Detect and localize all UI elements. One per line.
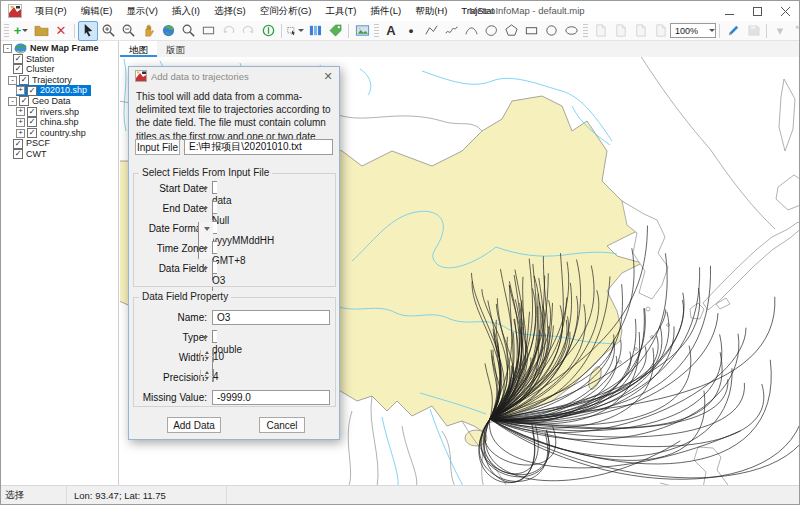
- edit-mode-dropdown-icon: ▾: [770, 21, 790, 41]
- checkbox-checked-icon[interactable]: ✓: [13, 54, 23, 64]
- open-file-icon[interactable]: [31, 21, 51, 41]
- tree-item-cluster[interactable]: ✓Cluster: [1, 64, 118, 75]
- attribute-table-icon[interactable]: [305, 21, 325, 41]
- close-icon: [781, 7, 790, 16]
- input-file-field[interactable]: [184, 139, 333, 155]
- menu-item-insert[interactable]: 插入(I): [165, 1, 207, 21]
- maximize-button[interactable]: [743, 1, 771, 21]
- checkbox-checked-icon[interactable]: ✓: [19, 75, 29, 85]
- rectangle-tool-icon[interactable]: [521, 21, 541, 41]
- collapse-icon[interactable]: -: [8, 76, 17, 85]
- checkbox-checked-icon[interactable]: ✓: [13, 64, 23, 74]
- menu-item-tools[interactable]: 工具(T): [318, 1, 363, 21]
- tree-item-station[interactable]: ✓Station: [1, 54, 118, 65]
- menu-item-spatial-analysis[interactable]: 空间分析(G): [253, 1, 319, 21]
- zoom-to-extent-icon[interactable]: [198, 21, 218, 41]
- tree-item-new-map-frame[interactable]: - New Map Frame: [1, 43, 118, 54]
- curve-tool-icon[interactable]: [461, 21, 481, 41]
- checkbox-checked-icon[interactable]: ✓: [13, 149, 23, 159]
- identify-icon[interactable]: [258, 21, 278, 41]
- circle-tool-icon[interactable]: [541, 21, 561, 41]
- menu-item-plugins[interactable]: 插件(L): [364, 1, 409, 21]
- paste-map-icon: [650, 21, 670, 41]
- precision-spinner[interactable]: 4: [212, 369, 214, 382]
- dialog-titlebar[interactable]: Add data to trajectories ✕: [129, 67, 339, 85]
- menu-item-project[interactable]: 项目(P): [28, 1, 74, 21]
- select-tool-icon[interactable]: [78, 21, 98, 41]
- tree-item-202010-shp[interactable]: +✓202010.shp: [1, 85, 118, 96]
- expand-icon[interactable]: +: [16, 118, 25, 127]
- add-image-icon[interactable]: [352, 21, 372, 41]
- zoom-out-tool-icon[interactable]: [118, 21, 138, 41]
- collapse-icon[interactable]: -: [3, 44, 12, 53]
- tree-item-pscf[interactable]: ✓PSCF: [1, 138, 118, 149]
- missing-value-row: Missing Value:: [129, 390, 339, 405]
- menu-item-selection[interactable]: 选择(S): [207, 1, 253, 21]
- tree-item-trajectory[interactable]: -✓Trajectory: [1, 75, 118, 86]
- name-field[interactable]: [212, 310, 330, 325]
- menu-item-view[interactable]: 显示(V): [119, 1, 165, 21]
- add-layer-icon[interactable]: +: [11, 21, 31, 41]
- tree-item-rivers-shp[interactable]: +✓rivers.shp: [1, 107, 118, 118]
- cancel-button[interactable]: Cancel: [259, 417, 305, 433]
- point-tool-icon[interactable]: •: [401, 21, 421, 41]
- select-features-icon[interactable]: [285, 21, 305, 41]
- polyline-tool-icon[interactable]: [421, 21, 441, 41]
- pan-tool-icon[interactable]: [138, 21, 158, 41]
- remove-layer-icon[interactable]: ✕: [51, 21, 71, 41]
- precision-row: Precision: 4: [129, 370, 339, 385]
- expand-icon[interactable]: +: [16, 86, 25, 95]
- zoom-in-tool-icon[interactable]: [98, 21, 118, 41]
- close-button[interactable]: [771, 1, 799, 21]
- polygon-tool-glyph: [504, 23, 519, 38]
- checkbox-checked-icon[interactable]: ✓: [19, 96, 29, 106]
- missing-value-field[interactable]: [212, 390, 330, 405]
- expand-icon[interactable]: +: [16, 107, 25, 116]
- type-row: Type: double: [129, 330, 339, 345]
- chevron-down-icon: [298, 29, 304, 32]
- toolbar-grip[interactable]: [374, 24, 379, 38]
- data-field-property-legend: Data Field Property: [139, 291, 231, 302]
- checkbox-checked-icon[interactable]: ✓: [27, 107, 37, 117]
- curve-polygon-tool-glyph: [484, 23, 499, 38]
- select-fields-legend: Select Fields From Input File: [139, 167, 272, 178]
- zoom-level-combo[interactable]: 100%: [670, 23, 716, 38]
- toolbar-grip[interactable]: [583, 24, 588, 38]
- minimize-button[interactable]: [715, 1, 743, 21]
- freehand-tool-icon[interactable]: [441, 21, 461, 41]
- full-extent-icon[interactable]: [158, 21, 178, 41]
- checkbox-checked-icon[interactable]: ✓: [27, 86, 37, 96]
- add-data-button[interactable]: Add Data: [167, 417, 221, 433]
- identify-glyph: [261, 23, 276, 38]
- menu-item-edit[interactable]: 编辑(E): [74, 1, 120, 21]
- menu-item-help[interactable]: 帮助(H): [408, 1, 454, 21]
- tree-item-geo-data[interactable]: -✓Geo Data: [1, 96, 118, 107]
- input-file-button[interactable]: Input File: [135, 139, 180, 155]
- dialog-close-button[interactable]: ✕: [317, 67, 339, 85]
- paste-map-glyph: [653, 23, 668, 38]
- collapse-icon[interactable]: -: [8, 97, 17, 106]
- tree-item-china-shp[interactable]: +✓china.shp: [1, 117, 118, 128]
- spinner-buttons[interactable]: [200, 350, 213, 361]
- label-features-icon[interactable]: [325, 21, 345, 41]
- zoom-to-layer-icon[interactable]: [178, 21, 198, 41]
- edit-vertices-icon: [790, 21, 800, 41]
- tree-item-cwt[interactable]: ✓CWT: [1, 149, 118, 160]
- ellipse-tool-icon[interactable]: [561, 21, 581, 41]
- tab-map[interactable]: 地图: [120, 41, 157, 57]
- tab-layout[interactable]: 版面: [157, 41, 194, 57]
- circle-tool-glyph: [544, 23, 559, 38]
- freehand-tool-glyph: [444, 23, 459, 38]
- width-spinner[interactable]: 10: [212, 349, 214, 362]
- expand-icon[interactable]: +: [16, 129, 25, 138]
- edit-tool-icon[interactable]: [723, 21, 743, 41]
- curve-polygon-tool-icon[interactable]: [481, 21, 501, 41]
- toolbar-grip[interactable]: [4, 24, 9, 38]
- checkbox-checked-icon[interactable]: ✓: [27, 128, 37, 138]
- checkbox-checked-icon[interactable]: ✓: [27, 117, 37, 127]
- spinner-buttons[interactable]: [200, 370, 213, 381]
- polygon-tool-icon[interactable]: [501, 21, 521, 41]
- tree-item-country-shp[interactable]: +✓country.shp: [1, 128, 118, 139]
- text-tool-icon[interactable]: A: [381, 21, 401, 41]
- checkbox-checked-icon[interactable]: ✓: [13, 139, 23, 149]
